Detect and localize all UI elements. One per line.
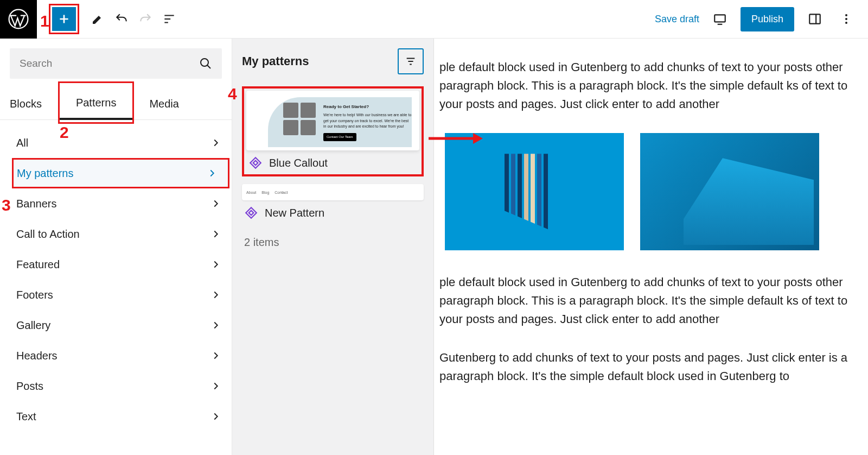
filter-icon bbox=[405, 55, 417, 67]
chevron-right-icon bbox=[210, 258, 222, 270]
category-text[interactable]: Text bbox=[0, 401, 232, 432]
pattern-blue-callout[interactable]: Ready to Get Started? We're here to help… bbox=[246, 91, 419, 150]
svg-rect-1 bbox=[714, 15, 725, 22]
chevron-right-icon bbox=[210, 380, 222, 392]
chevron-right-icon bbox=[210, 319, 222, 331]
paragraph-block[interactable]: ple default block used in Gutenberg to a… bbox=[439, 273, 857, 328]
tab-blocks[interactable]: Blocks bbox=[0, 89, 58, 119]
search-icon bbox=[199, 57, 212, 70]
annotation-box-2: Patterns bbox=[58, 81, 134, 124]
paragraph-block[interactable]: ple default block used in Gutenberg to a… bbox=[439, 58, 857, 113]
search-placeholder: Search bbox=[20, 58, 52, 69]
image-row bbox=[445, 133, 857, 250]
tab-patterns[interactable]: Patterns bbox=[76, 97, 116, 109]
svg-point-5 bbox=[845, 22, 847, 24]
category-my-patterns[interactable]: My patterns bbox=[12, 158, 229, 188]
category-posts[interactable]: Posts bbox=[0, 371, 232, 401]
publish-button[interactable]: Publish bbox=[741, 7, 794, 31]
pattern-icon bbox=[244, 206, 258, 220]
svg-point-6 bbox=[201, 59, 208, 66]
chevron-right-icon bbox=[210, 198, 222, 210]
annotation-2: 2 bbox=[60, 123, 69, 142]
svg-point-3 bbox=[845, 14, 847, 16]
pattern-blue-callout-label: Blue Callout bbox=[246, 150, 419, 172]
add-block-button[interactable] bbox=[52, 7, 76, 31]
chevron-right-icon bbox=[210, 350, 222, 362]
options-menu-button[interactable] bbox=[835, 8, 857, 30]
category-gallery[interactable]: Gallery bbox=[0, 310, 232, 340]
pattern-category-list: All My patterns Banners Call to Action F… bbox=[0, 120, 232, 439]
chevron-right-icon bbox=[210, 410, 222, 422]
inserter-panel: Search 2 Blocks Patterns Media 3 All My … bbox=[0, 39, 232, 455]
category-headers[interactable]: Headers bbox=[0, 340, 232, 371]
category-banners[interactable]: Banners bbox=[0, 188, 232, 219]
category-call-to-action[interactable]: Call to Action bbox=[0, 219, 232, 249]
paragraph-block[interactable]: Gutenberg to add chunks of text to your … bbox=[439, 349, 857, 386]
image-pencils[interactable] bbox=[445, 133, 624, 250]
document-overview-button[interactable] bbox=[157, 7, 181, 31]
chevron-right-icon bbox=[210, 228, 222, 240]
svg-rect-2 bbox=[809, 14, 820, 23]
chevron-right-icon bbox=[206, 167, 218, 179]
pattern-icon bbox=[248, 156, 263, 170]
wordpress-logo[interactable] bbox=[0, 0, 37, 39]
annotation-box-1 bbox=[49, 4, 79, 34]
pattern-new-pattern-label: New Pattern bbox=[242, 200, 424, 222]
view-button[interactable] bbox=[709, 8, 731, 30]
image-chair[interactable] bbox=[640, 133, 819, 250]
svg-point-4 bbox=[845, 18, 847, 20]
annotation-arrow bbox=[429, 131, 483, 148]
inserter-tabs: Blocks Patterns Media bbox=[0, 89, 232, 120]
editor-topbar: 1 Save draft Publish bbox=[0, 0, 868, 39]
annotation-3: 3 bbox=[2, 196, 11, 214]
search-input[interactable]: Search bbox=[10, 48, 222, 79]
save-draft-button[interactable]: Save draft bbox=[655, 14, 699, 25]
pattern-new-pattern[interactable]: About Blog Contact New Pattern bbox=[242, 184, 424, 222]
tab-media[interactable]: Media bbox=[134, 89, 187, 119]
patterns-preview-panel: My patterns Ready to Get Started? We're … bbox=[232, 39, 434, 455]
category-featured[interactable]: Featured bbox=[0, 249, 232, 280]
annotation-4: 4 bbox=[228, 85, 237, 103]
svg-marker-8 bbox=[473, 133, 483, 144]
annotation-box-4: Ready to Get Started? We're here to help… bbox=[242, 86, 424, 176]
category-footers[interactable]: Footers bbox=[0, 280, 232, 310]
chevron-right-icon bbox=[210, 289, 222, 301]
annotation-1: 1 bbox=[40, 12, 49, 30]
editor-canvas[interactable]: ple default block used in Gutenberg to a… bbox=[434, 39, 868, 455]
undo-button[interactable] bbox=[110, 7, 133, 31]
edit-tool-button[interactable] bbox=[86, 7, 110, 31]
chevron-right-icon bbox=[210, 137, 222, 149]
patterns-panel-title: My patterns bbox=[242, 54, 309, 68]
redo-button[interactable] bbox=[133, 7, 157, 31]
settings-sidebar-button[interactable] bbox=[804, 8, 826, 30]
filter-button[interactable] bbox=[398, 48, 424, 74]
patterns-count: 2 items bbox=[242, 236, 424, 249]
category-all[interactable]: All bbox=[0, 128, 232, 158]
